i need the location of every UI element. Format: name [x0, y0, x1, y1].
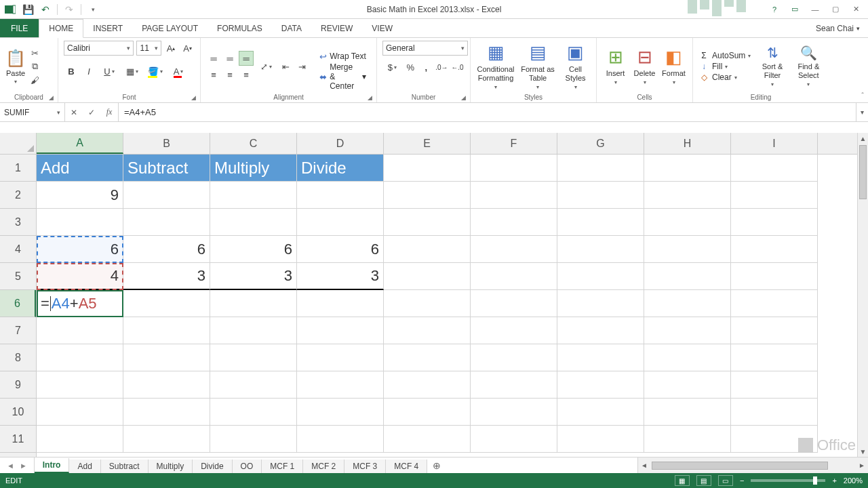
cell-c8[interactable] [210, 344, 297, 371]
font-name-combo[interactable]: Calibri▾ [64, 41, 134, 56]
tab-insert[interactable]: INSERT [83, 19, 132, 37]
row-header-4[interactable]: 4 [0, 236, 36, 263]
cell-f3[interactable] [471, 209, 557, 236]
cell-c4[interactable]: 6 [210, 236, 297, 263]
orientation-button[interactable]: ⤢▾ [259, 59, 273, 74]
grow-font-icon[interactable]: A▴ [164, 41, 178, 56]
cell-d7[interactable] [297, 317, 384, 344]
expand-formula-bar-icon[interactable]: ▾ [856, 103, 868, 121]
align-middle-icon[interactable]: ═ [222, 51, 237, 66]
cell-f1[interactable] [471, 155, 557, 182]
cancel-formula-icon[interactable]: ✕ [65, 108, 83, 117]
cell-c2[interactable] [210, 182, 297, 209]
cell-h7[interactable] [644, 317, 731, 344]
percent-format-icon[interactable]: % [403, 60, 418, 75]
cell-i4[interactable] [731, 236, 818, 263]
zoom-in-icon[interactable]: + [832, 476, 836, 485]
cell-e6[interactable] [384, 290, 471, 317]
autosum-button[interactable]: ΣAutoSum ▾ [698, 51, 751, 60]
undo-icon[interactable]: ↶ [39, 3, 52, 16]
cell-styles-button[interactable]: ▣Cell Styles▾ [560, 42, 591, 90]
decrease-decimal-icon[interactable]: ←.0 [450, 60, 465, 75]
cell-h3[interactable] [644, 209, 731, 236]
cell-b10[interactable] [123, 399, 210, 426]
cell-h4[interactable] [644, 236, 731, 263]
cell-b2[interactable] [123, 182, 210, 209]
cell-f11[interactable] [471, 426, 557, 453]
cell-g3[interactable] [557, 209, 644, 236]
column-header-e[interactable]: E [384, 133, 471, 154]
cell-a10[interactable] [37, 399, 123, 426]
maximize-icon[interactable]: ▢ [826, 3, 845, 16]
sheet-tab-mcf-4[interactable]: MCF 4 [386, 460, 427, 473]
clipboard-dialog-icon[interactable]: ◢ [49, 94, 54, 101]
row-header-10[interactable]: 10 [0, 399, 36, 426]
normal-view-icon[interactable]: ▦ [675, 475, 690, 486]
accounting-format-icon[interactable]: $▾ [382, 60, 402, 75]
cell-h5[interactable] [644, 263, 731, 290]
cell-g9[interactable] [557, 371, 644, 399]
tab-data[interactable]: DATA [272, 19, 311, 37]
alignment-dialog-icon[interactable]: ◢ [368, 94, 372, 101]
zoom-level[interactable]: 200% [844, 476, 863, 485]
tab-review[interactable]: REVIEW [311, 19, 362, 37]
insert-cells-button[interactable]: ⊞Insert▾ [602, 47, 629, 86]
worksheet-grid[interactable]: ABCDEFGHI 1234567891011 AddSubtractMulti… [0, 133, 857, 457]
find-select-button[interactable]: 🔍Find & Select▾ [794, 45, 823, 88]
align-bottom-icon[interactable]: ═ [239, 51, 254, 66]
increase-indent-icon[interactable]: ⇥ [294, 59, 309, 74]
ribbon-options-icon[interactable]: ▭ [785, 3, 804, 16]
cell-h6[interactable] [644, 290, 731, 317]
cell-g11[interactable] [557, 426, 644, 453]
conditional-formatting-button[interactable]: ▦Conditional Formatting▾ [476, 42, 515, 90]
increase-decimal-icon[interactable]: .0→ [435, 60, 449, 75]
qat-customize-icon[interactable]: ▾ [87, 3, 99, 16]
cell-c10[interactable] [210, 399, 297, 426]
cell-i11[interactable] [731, 426, 818, 453]
align-center-icon[interactable]: ≡ [222, 67, 237, 82]
cell-b5[interactable]: 3 [123, 263, 210, 290]
cell-i6[interactable] [731, 290, 818, 317]
delete-cells-button[interactable]: ⊟Delete▾ [631, 47, 658, 86]
italic-button[interactable]: I [81, 64, 96, 79]
row-header-2[interactable]: 2 [0, 182, 36, 209]
row-header-6[interactable]: 6 [0, 290, 36, 317]
format-cells-button[interactable]: ◧Format▾ [660, 47, 687, 86]
cell-a3[interactable] [37, 209, 123, 236]
column-header-g[interactable]: G [557, 133, 644, 154]
cell-b8[interactable] [123, 344, 210, 371]
hscroll-right-icon[interactable]: ► [856, 462, 868, 469]
scroll-thumb[interactable] [859, 145, 867, 199]
column-header-b[interactable]: B [123, 133, 210, 154]
cell-e5[interactable] [384, 263, 471, 290]
cell-c7[interactable] [210, 317, 297, 344]
fill-button[interactable]: ↓Fill ▾ [698, 62, 751, 71]
cell-d2[interactable] [297, 182, 384, 209]
save-icon[interactable]: 💾 [22, 3, 34, 16]
redo-icon[interactable]: ↷ [63, 3, 75, 16]
column-header-i[interactable]: I [731, 133, 818, 154]
cell-g8[interactable] [557, 344, 644, 371]
cell-e9[interactable] [384, 371, 471, 399]
cell-g2[interactable] [557, 182, 644, 209]
cut-icon[interactable]: ✂ [28, 47, 41, 58]
align-right-icon[interactable]: ≡ [239, 67, 254, 82]
copy-icon[interactable]: ⧉ [28, 61, 41, 72]
cell-e8[interactable] [384, 344, 471, 371]
column-header-f[interactable]: F [471, 133, 557, 154]
cell-d5[interactable]: 3 [297, 263, 384, 290]
cell-h11[interactable] [644, 426, 731, 453]
font-color-button[interactable]: A▾ [168, 64, 189, 79]
cell-a5[interactable]: 4 [37, 263, 123, 290]
cell-a8[interactable] [37, 344, 123, 371]
cell-a11[interactable] [37, 426, 123, 453]
align-left-icon[interactable]: ≡ [206, 67, 221, 82]
vertical-scrollbar[interactable]: ▲ ▼ [857, 133, 868, 457]
cell-d3[interactable] [297, 209, 384, 236]
page-break-view-icon[interactable]: ▭ [718, 475, 733, 486]
column-header-c[interactable]: C [210, 133, 297, 154]
formula-input[interactable]: =A4+A5 [119, 103, 856, 121]
row-header-11[interactable]: 11 [0, 426, 36, 453]
sheet-tab-divide[interactable]: Divide [193, 460, 232, 473]
cell-a1[interactable]: Add [37, 155, 123, 182]
